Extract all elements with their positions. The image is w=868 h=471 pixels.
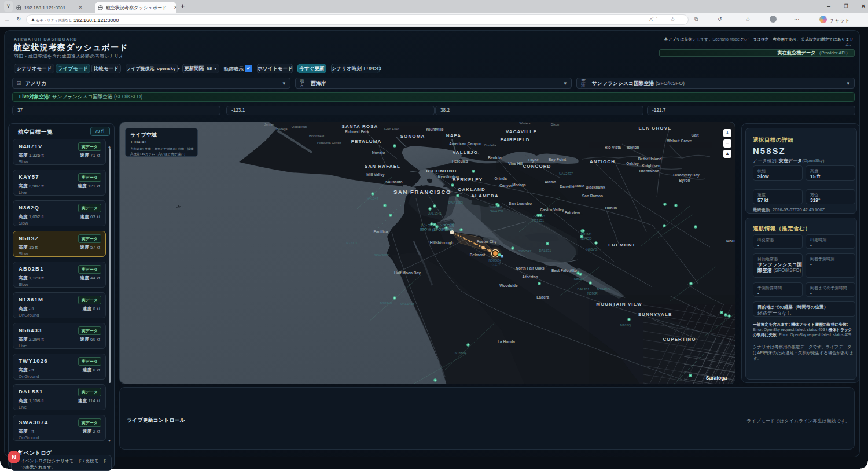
svg-text:East Palo Alto: East Palo Alto <box>551 268 577 273</box>
svg-text:North Fair Oaks: North Fair Oaks <box>516 266 545 270</box>
svg-text:Diablo: Diablo <box>573 184 584 188</box>
svg-text:Clyde: Clyde <box>528 158 539 163</box>
svg-text:N8510F: N8510F <box>574 277 586 281</box>
svg-text:SAN FRANCISCO: SAN FRANCISCO <box>393 189 451 195</box>
svg-text:Hercules: Hercules <box>452 159 468 163</box>
svg-text:Jenner: Jenner <box>264 123 274 126</box>
svg-text:Fairview: Fairview <box>565 211 580 215</box>
svg-text:FREMONT: FREMONT <box>608 242 635 248</box>
svg-text:N6330B: N6330B <box>491 205 503 209</box>
svg-text:DAL381: DAL381 <box>578 288 590 291</box>
svg-text:Dublin: Dublin <box>605 206 617 210</box>
svg-text:Discovery Bay: Discovery Bay <box>673 173 700 178</box>
svg-text:Petaluma Center: Petaluma Center <box>317 141 341 145</box>
svg-text:Novato: Novato <box>372 150 385 154</box>
svg-text:Bethel Island: Bethel Island <box>638 157 661 161</box>
svg-text:Yountville: Yountville <box>425 127 443 131</box>
svg-text:RICHMOND: RICHMOND <box>426 168 457 174</box>
svg-text:Byron: Byron <box>679 178 690 183</box>
svg-text:際空港 (SFO/KSFO): 際空港 (SFO/KSFO) <box>420 227 454 232</box>
svg-text:DAL531: DAL531 <box>539 249 551 252</box>
svg-text:N16894: N16894 <box>455 351 467 355</box>
svg-text:Knightsen: Knightsen <box>642 164 660 168</box>
svg-text:N362Q: N362Q <box>620 323 631 327</box>
svg-text:Rio Vista: Rio Vista <box>605 145 621 149</box>
svg-text:La Honda: La Honda <box>498 340 515 344</box>
svg-text:Isleton: Isleton <box>627 145 639 149</box>
svg-text:Belmont: Belmont <box>470 253 486 257</box>
svg-text:San Leandro: San Leandro <box>509 201 532 205</box>
svg-text:SWV542: SWV542 <box>518 249 532 253</box>
svg-text:CONCORD: CONCORD <box>523 164 551 169</box>
svg-text:MOUNTAIN VIEW: MOUNTAIN VIEW <box>596 301 642 307</box>
svg-text:Canyon: Canyon <box>499 183 513 188</box>
svg-text:Castro Valley: Castro Valley <box>540 208 564 212</box>
svg-text:Dixon: Dixon <box>551 123 559 126</box>
svg-text:N4154T: N4154T <box>367 197 379 200</box>
svg-text:SWA1353: SWA1353 <box>448 201 463 204</box>
svg-text:N53151: N53151 <box>532 219 544 222</box>
svg-text:Galt: Galt <box>692 133 700 137</box>
svg-text:Saratoga: Saratoga <box>706 375 727 381</box>
svg-text:Half Moon Bay: Half Moon Bay <box>394 271 421 275</box>
svg-text:Winters: Winters <box>520 122 531 125</box>
svg-text:N784DG: N784DG <box>597 288 610 291</box>
svg-text:VACAVILLE: VACAVILLE <box>506 129 537 134</box>
svg-text:SUNNYVALE: SUNNYVALE <box>638 312 672 317</box>
svg-text:N721TC: N721TC <box>346 241 359 245</box>
svg-text:Vine Hill: Vine Hill <box>508 161 523 165</box>
svg-text:Ladera: Ladera <box>536 295 549 299</box>
svg-text:VALLEJO: VALLEJO <box>453 150 478 155</box>
svg-text:Kensington: Kensington <box>438 175 459 179</box>
svg-text:ANTIOCH: ANTIOCH <box>590 159 615 164</box>
svg-text:Blackhawk: Blackhawk <box>586 185 605 189</box>
svg-text:SONOMA: SONOMA <box>400 134 425 139</box>
svg-text:Benicia: Benicia <box>488 156 502 160</box>
svg-text:Orinda: Orinda <box>494 176 507 181</box>
svg-text:UAL1458: UAL1458 <box>400 302 414 306</box>
svg-text:SWA158: SWA158 <box>490 209 503 213</box>
svg-text:ELK GROVE: ELK GROVE <box>638 126 671 131</box>
svg-text:OAKLAND: OAKLAND <box>458 187 486 192</box>
svg-text:Occidental: Occidental <box>292 125 307 128</box>
svg-text:UAL2437: UAL2437 <box>559 172 573 175</box>
svg-text:SKW3022: SKW3022 <box>374 253 389 257</box>
svg-text:N28348: N28348 <box>380 301 392 305</box>
svg-text:Woodside: Woodside <box>499 284 518 288</box>
svg-text:Walnut Grove: Walnut Grove <box>667 139 692 143</box>
svg-text:Cordelia: Cordelia <box>484 143 497 147</box>
svg-text:N590R: N590R <box>587 292 598 295</box>
svg-text:San Ramon: San Ramon <box>582 194 603 198</box>
svg-text:Alamo: Alamo <box>545 180 556 184</box>
svg-text:PETALUMA: PETALUMA <box>351 139 382 144</box>
svg-text:SAN RAFAEL: SAN RAFAEL <box>365 164 400 169</box>
svg-text:Bay Point: Bay Point <box>549 157 567 162</box>
svg-text:CUPERTINO: CUPERTINO <box>663 337 696 342</box>
svg-text:ALAMEDA: ALAMEDA <box>471 193 499 198</box>
svg-text:Bodega: Bodega <box>276 127 288 131</box>
svg-text:N58SZ▾: N58SZ▾ <box>488 259 502 262</box>
svg-text:UAL1341: UAL1341 <box>428 212 442 215</box>
svg-text:Mill Valley: Mill Valley <box>366 172 385 177</box>
svg-text:サンフランシスコ国: サンフランシスコ国 <box>420 223 454 227</box>
svg-text:Moraga: Moraga <box>512 183 526 187</box>
svg-text:ウエブ: ウエブ <box>491 263 501 266</box>
svg-text:Mour: Mour <box>726 239 735 243</box>
svg-text:FAIRFIELD: FAIRFIELD <box>500 137 529 142</box>
svg-text:Bloomfield: Bloomfield <box>309 134 324 138</box>
svg-text:Glen Ellen: Glen Ellen <box>384 127 399 131</box>
svg-text:NAPA: NAPA <box>446 133 461 138</box>
svg-text:Atherton: Atherton <box>522 275 538 279</box>
svg-text:N947S: N947S <box>432 240 442 244</box>
svg-text:SANTA ROSA: SANTA ROSA <box>342 124 378 129</box>
svg-text:Brentwood: Brentwood <box>639 169 659 173</box>
svg-text:N66VG: N66VG <box>586 248 598 251</box>
svg-text:Rohnert Park: Rohnert Park <box>345 130 369 134</box>
svg-text:Oakley: Oakley <box>626 161 639 166</box>
svg-text:Pacifica: Pacifica <box>374 230 388 234</box>
svg-text:American Canyon: American Canyon <box>449 142 481 146</box>
